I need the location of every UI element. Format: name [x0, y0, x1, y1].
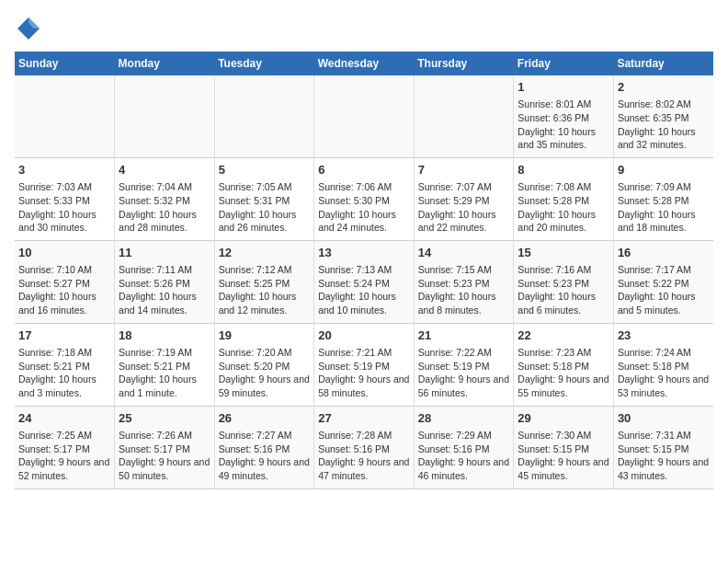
calendar-cell: 21Sunrise: 7:22 AM Sunset: 5:19 PM Dayli…: [414, 323, 514, 406]
calendar-cell: 23Sunrise: 7:24 AM Sunset: 5:18 PM Dayli…: [613, 323, 713, 406]
day-number: 27: [318, 410, 410, 427]
day-number: 15: [518, 245, 609, 261]
day-info: Sunrise: 7:08 AM Sunset: 5:28 PM Dayligh…: [518, 180, 609, 235]
calendar-cell: [214, 75, 314, 157]
day-number: 11: [119, 245, 210, 261]
day-info: Sunrise: 7:16 AM Sunset: 5:23 PM Dayligh…: [518, 263, 609, 317]
day-number: 25: [119, 410, 210, 427]
day-info: Sunrise: 7:24 AM Sunset: 5:18 PM Dayligh…: [618, 346, 710, 400]
day-number: 24: [18, 410, 110, 427]
calendar-cell: 25Sunrise: 7:26 AM Sunset: 5:17 PM Dayli…: [115, 406, 215, 488]
day-number: 14: [418, 245, 510, 261]
day-info: Sunrise: 7:21 AM Sunset: 5:19 PM Dayligh…: [318, 346, 410, 400]
calendar-cell: 15Sunrise: 7:16 AM Sunset: 5:23 PM Dayli…: [514, 240, 614, 323]
day-number: 23: [618, 327, 710, 344]
logo-icon: [15, 15, 42, 42]
day-number: 1: [518, 79, 609, 96]
calendar-cell: 4Sunrise: 7:04 AM Sunset: 5:32 PM Daylig…: [115, 157, 215, 240]
calendar-cell: 18Sunrise: 7:19 AM Sunset: 5:21 PM Dayli…: [115, 323, 215, 406]
day-number: 19: [219, 327, 311, 344]
calendar-cell: 19Sunrise: 7:20 AM Sunset: 5:20 PM Dayli…: [214, 323, 314, 406]
day-number: 26: [219, 410, 311, 427]
week-row-2: 3Sunrise: 7:03 AM Sunset: 5:33 PM Daylig…: [15, 157, 713, 240]
day-number: 18: [119, 327, 210, 344]
calendar-cell: 3Sunrise: 7:03 AM Sunset: 5:33 PM Daylig…: [15, 157, 115, 240]
calendar-cell: 10Sunrise: 7:10 AM Sunset: 5:27 PM Dayli…: [15, 240, 115, 323]
day-number: 22: [518, 327, 609, 344]
day-number: 20: [318, 327, 410, 344]
weekday-header-sunday: Sunday: [15, 52, 115, 75]
day-number: 17: [18, 327, 110, 344]
day-number: 30: [618, 410, 710, 427]
day-info: Sunrise: 7:15 AM Sunset: 5:23 PM Dayligh…: [418, 263, 510, 317]
day-number: 10: [18, 245, 110, 261]
day-number: 21: [418, 327, 510, 344]
calendar-cell: [115, 75, 215, 157]
logo: [15, 15, 46, 42]
calendar-cell: 26Sunrise: 7:27 AM Sunset: 5:16 PM Dayli…: [214, 406, 314, 488]
day-info: Sunrise: 7:17 AM Sunset: 5:22 PM Dayligh…: [618, 263, 710, 317]
calendar-cell: 11Sunrise: 7:11 AM Sunset: 5:26 PM Dayli…: [115, 240, 215, 323]
day-info: Sunrise: 7:28 AM Sunset: 5:16 PM Dayligh…: [318, 429, 410, 483]
day-info: Sunrise: 7:18 AM Sunset: 5:21 PM Dayligh…: [18, 346, 110, 400]
day-number: 3: [18, 162, 110, 178]
day-number: 12: [219, 245, 311, 261]
weekday-header-row: SundayMondayTuesdayWednesdayThursdayFrid…: [15, 52, 713, 75]
day-number: 5: [219, 162, 311, 178]
weekday-header-wednesday: Wednesday: [314, 52, 415, 75]
day-info: Sunrise: 7:31 AM Sunset: 5:15 PM Dayligh…: [618, 429, 710, 483]
day-number: 8: [518, 162, 609, 178]
day-number: 9: [618, 162, 710, 178]
calendar-cell: 22Sunrise: 7:23 AM Sunset: 5:18 PM Dayli…: [514, 323, 614, 406]
calendar-cell: 14Sunrise: 7:15 AM Sunset: 5:23 PM Dayli…: [414, 240, 514, 323]
day-info: Sunrise: 7:07 AM Sunset: 5:29 PM Dayligh…: [418, 180, 510, 235]
day-info: Sunrise: 7:20 AM Sunset: 5:20 PM Dayligh…: [219, 346, 311, 400]
calendar-cell: 17Sunrise: 7:18 AM Sunset: 5:21 PM Dayli…: [15, 323, 115, 406]
calendar-cell: 5Sunrise: 7:05 AM Sunset: 5:31 PM Daylig…: [214, 157, 314, 240]
day-number: 28: [418, 410, 510, 427]
calendar-cell: 20Sunrise: 7:21 AM Sunset: 5:19 PM Dayli…: [314, 323, 415, 406]
day-number: 2: [618, 79, 710, 96]
day-info: Sunrise: 7:03 AM Sunset: 5:33 PM Dayligh…: [18, 180, 110, 235]
calendar-cell: 28Sunrise: 7:29 AM Sunset: 5:16 PM Dayli…: [414, 406, 514, 488]
day-info: Sunrise: 7:30 AM Sunset: 5:15 PM Dayligh…: [518, 429, 609, 483]
week-row-3: 10Sunrise: 7:10 AM Sunset: 5:27 PM Dayli…: [15, 240, 713, 323]
day-number: 29: [518, 410, 609, 427]
day-info: Sunrise: 7:10 AM Sunset: 5:27 PM Dayligh…: [18, 263, 110, 317]
week-row-5: 24Sunrise: 7:25 AM Sunset: 5:17 PM Dayli…: [15, 406, 713, 488]
calendar-cell: [15, 75, 115, 157]
calendar-cell: 6Sunrise: 7:06 AM Sunset: 5:30 PM Daylig…: [314, 157, 415, 240]
day-info: Sunrise: 7:25 AM Sunset: 5:17 PM Dayligh…: [18, 429, 110, 483]
day-info: Sunrise: 7:12 AM Sunset: 5:25 PM Dayligh…: [219, 263, 311, 317]
day-info: Sunrise: 7:06 AM Sunset: 5:30 PM Dayligh…: [318, 180, 410, 235]
day-info: Sunrise: 7:22 AM Sunset: 5:19 PM Dayligh…: [418, 346, 510, 400]
page-header: [15, 15, 713, 42]
weekday-header-thursday: Thursday: [414, 52, 514, 75]
calendar-cell: 9Sunrise: 7:09 AM Sunset: 5:28 PM Daylig…: [613, 157, 713, 240]
calendar-cell: 30Sunrise: 7:31 AM Sunset: 5:15 PM Dayli…: [613, 406, 713, 488]
day-number: 13: [318, 245, 410, 261]
day-info: Sunrise: 7:27 AM Sunset: 5:16 PM Dayligh…: [219, 429, 311, 483]
weekday-header-saturday: Saturday: [613, 52, 713, 75]
calendar-cell: 8Sunrise: 7:08 AM Sunset: 5:28 PM Daylig…: [514, 157, 614, 240]
day-info: Sunrise: 7:11 AM Sunset: 5:26 PM Dayligh…: [119, 263, 210, 317]
day-info: Sunrise: 8:02 AM Sunset: 6:35 PM Dayligh…: [618, 98, 710, 152]
day-info: Sunrise: 7:09 AM Sunset: 5:28 PM Dayligh…: [618, 180, 710, 235]
day-info: Sunrise: 7:13 AM Sunset: 5:24 PM Dayligh…: [318, 263, 410, 317]
calendar-cell: 2Sunrise: 8:02 AM Sunset: 6:35 PM Daylig…: [613, 75, 713, 157]
calendar-cell: 7Sunrise: 7:07 AM Sunset: 5:29 PM Daylig…: [414, 157, 514, 240]
calendar-cell: 12Sunrise: 7:12 AM Sunset: 5:25 PM Dayli…: [214, 240, 314, 323]
calendar-cell: [314, 75, 415, 157]
calendar-cell: 24Sunrise: 7:25 AM Sunset: 5:17 PM Dayli…: [15, 406, 115, 488]
day-info: Sunrise: 7:04 AM Sunset: 5:32 PM Dayligh…: [119, 180, 210, 235]
weekday-header-monday: Monday: [115, 52, 215, 75]
calendar-cell: 27Sunrise: 7:28 AM Sunset: 5:16 PM Dayli…: [314, 406, 415, 488]
calendar-cell: 13Sunrise: 7:13 AM Sunset: 5:24 PM Dayli…: [314, 240, 415, 323]
calendar-cell: [414, 75, 514, 157]
calendar-table: SundayMondayTuesdayWednesdayThursdayFrid…: [15, 52, 713, 489]
day-number: 16: [618, 245, 710, 261]
weekday-header-friday: Friday: [514, 52, 614, 75]
week-row-1: 1Sunrise: 8:01 AM Sunset: 6:36 PM Daylig…: [15, 75, 713, 157]
day-info: Sunrise: 7:05 AM Sunset: 5:31 PM Dayligh…: [219, 180, 311, 235]
day-info: Sunrise: 7:26 AM Sunset: 5:17 PM Dayligh…: [119, 429, 210, 483]
